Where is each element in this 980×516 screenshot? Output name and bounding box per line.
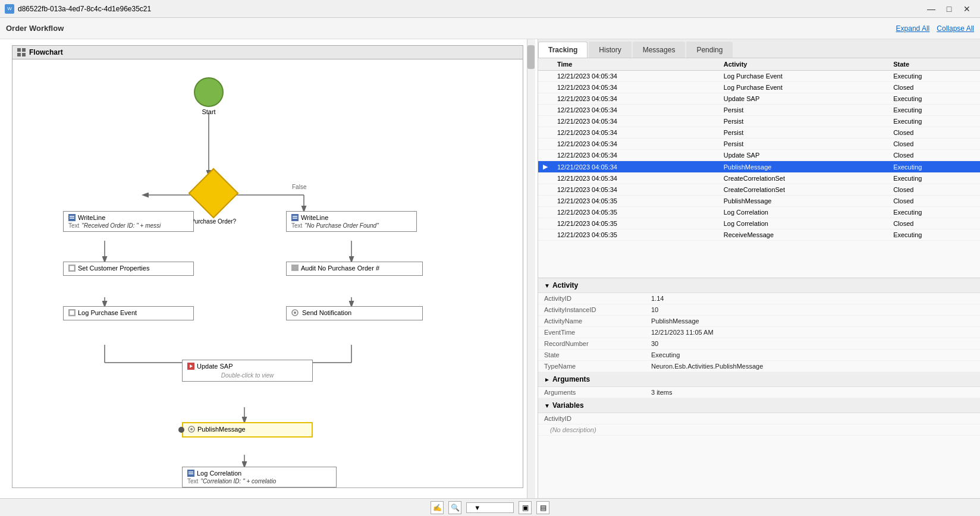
expand-all-button[interactable]: Expand All [896,24,930,33]
update-sap-icon [187,363,194,370]
log-correlation-prop-value: "Correlation ID: " + correlatio [200,478,276,484]
row-indicator [538,93,552,105]
prop-row: RecordNumber30 [538,338,980,350]
variables-section-header[interactable]: ▼ Variables [538,398,980,413]
audit-box[interactable]: Audit No Purchase Order # [286,262,423,276]
tracking-scroll[interactable]: Time Activity State 12/21/2023 04:05:34L… [538,58,980,241]
decision-diamond[interactable]: Purchase Order? [191,175,236,225]
variable-desc: (No description) [550,426,974,433]
table-row[interactable]: 12/21/2023 04:05:34PersistExecuting [538,105,980,116]
row-time: 12/21/2023 04:05:34 [552,82,719,93]
table-row[interactable]: 12/21/2023 04:05:34Update SAPClosed [538,150,980,161]
svg-rect-1 [22,48,26,52]
writeline1-prop-label: Text [68,222,79,229]
prop-key: State [544,351,651,358]
variable-key: ActivityID [544,415,651,422]
send-notification-icon [291,309,300,316]
diagram-scrollbar[interactable] [527,39,535,498]
table-row[interactable]: ▶12/21/2023 04:05:34PublishMessageExecut… [538,161,980,173]
table-row[interactable]: 12/21/2023 04:05:34Log Purchase EventClo… [538,82,980,93]
row-indicator [538,173,552,184]
table-row[interactable]: 12/21/2023 04:05:35Log CorrelationClosed [538,218,980,229]
set-customer-icon [68,265,76,272]
collapse-all-button[interactable]: Collapse All [937,24,974,33]
row-activity: Log Purchase Event [719,82,888,93]
main-container: Order Workflow Expand All Collapse All F… [0,18,980,516]
col-time: Time [552,58,719,71]
writeline1-icon [68,214,76,221]
writeline2-box[interactable]: WriteLine Text "No Purchase Order Found" [286,211,417,232]
writeline1-box[interactable]: WriteLine Text "Received Order ID: " + m… [63,211,194,232]
row-time: 12/21/2023 04:05:35 [552,218,719,229]
log-correlation-box[interactable]: Log Correlation Text "Correlation ID: " … [182,467,337,487]
arguments-section-header[interactable]: ► Arguments [538,372,980,387]
audit-label: Audit No Purchase Order # [301,265,379,272]
start-label: Start [202,108,215,115]
set-customer-label: Set Customer Properties [78,265,149,272]
row-activity: Log Purchase Event [719,71,888,82]
table-row[interactable]: 12/21/2023 04:05:34Log Purchase EventExe… [538,71,980,82]
app-icon: W [5,4,14,14]
status-bar: ✍ 🔍 ▼ ▣ ▤ [0,498,980,516]
writeline1-label: WriteLine [78,214,105,221]
prop-value: 30 [651,340,974,347]
row-indicator [538,218,552,229]
diagram-scroll[interactable]: Flowchart [0,39,538,498]
row-time: 12/21/2023 04:05:34 [552,105,719,116]
table-row[interactable]: 12/21/2023 04:05:34Update SAPExecuting [538,93,980,105]
close-button[interactable]: ✕ [959,3,975,15]
arguments-chevron: ► [544,376,550,383]
variable-row: ActivityID [538,413,980,424]
row-state: Closed [888,218,980,229]
tab-pending[interactable]: Pending [686,42,733,58]
send-notification-box[interactable]: Send Notification [286,306,423,320]
fit-icon[interactable]: ▣ [519,501,532,514]
writeline2-prop-value: "No Purchase Order Found" [304,222,378,229]
row-time: 12/21/2023 04:05:34 [552,71,719,82]
flowchart-title: Flowchart [29,48,63,56]
activity-section-header[interactable]: ▼ Activity [538,278,980,293]
prop-key: EventTime [544,329,651,336]
hand-icon[interactable]: ✍ [431,501,444,514]
row-state: Executing [888,71,980,82]
tab-history[interactable]: History [589,42,631,58]
title-bar: W d86522fb-013a-4ed7-8c4c-4d1e96e35c21 —… [0,0,980,18]
publish-message-box[interactable]: PublishMessage [182,422,313,438]
start-node[interactable]: Start [194,77,224,115]
table-row[interactable]: 12/21/2023 04:05:34CreateCorrelationSetE… [538,173,980,184]
zoom-dropdown[interactable]: ▼ [466,502,514,513]
tab-messages[interactable]: Messages [633,42,686,58]
set-customer-box[interactable]: Set Customer Properties [63,262,194,276]
minimize-button[interactable]: — [923,3,940,15]
row-state: Closed [888,127,980,139]
tab-tracking[interactable]: Tracking [538,42,588,58]
row-state: Closed [888,82,980,93]
row-indicator [538,184,552,196]
writeline1-prop-value: "Received Order ID: " + messi [81,222,161,229]
overview-icon[interactable]: ▤ [536,501,549,514]
table-row[interactable]: 12/21/2023 04:05:34PersistClosed [538,127,980,139]
prop-key: RecordNumber [544,340,651,347]
log-purchase-box[interactable]: Log Purchase Event [63,306,194,320]
table-row[interactable]: 12/21/2023 04:05:34CreateCorrelationSetC… [538,184,980,196]
prop-value: Executing [651,351,974,358]
row-activity: Update SAP [719,93,888,105]
row-time: 12/21/2023 04:05:34 [552,116,719,127]
row-indicator: ▶ [538,161,552,173]
flowchart-container: Flowchart [12,45,523,488]
table-row[interactable]: 12/21/2023 04:05:35Log CorrelationExecut… [538,207,980,218]
row-time: 12/21/2023 04:05:35 [552,196,719,207]
prop-row: EventTime12/21/2023 11:05 AM [538,327,980,338]
row-state: Closed [888,184,980,196]
search-icon[interactable]: 🔍 [448,501,461,514]
col-state: State [888,58,980,71]
table-row[interactable]: 12/21/2023 04:05:35PublishMessageClosed [538,196,980,207]
table-row[interactable]: 12/21/2023 04:05:34PersistExecuting [538,116,980,127]
table-row[interactable]: 12/21/2023 04:05:35ReceiveMessageExecuti… [538,229,980,241]
table-row[interactable]: 12/21/2023 04:05:34PersistClosed [538,139,980,150]
update-sap-box[interactable]: Update SAP Double-click to view [182,360,313,382]
tracking-table: Time Activity State 12/21/2023 04:05:34L… [538,58,980,241]
tab-bar: Tracking History Messages Pending [538,39,980,58]
maximize-button[interactable]: □ [941,3,957,15]
row-state: Executing [888,116,980,127]
